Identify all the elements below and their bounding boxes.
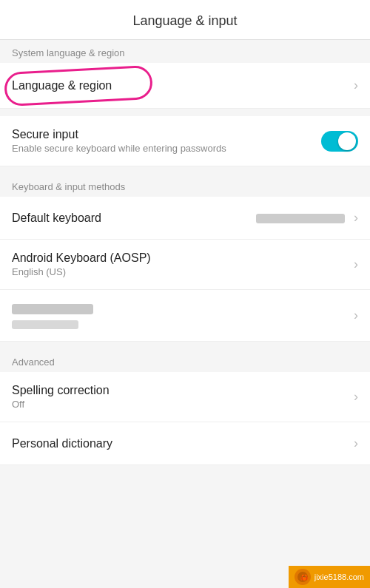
secure-input-subtitle: Enable secure keyboard while entering pa… xyxy=(12,143,321,154)
secure-input-title: Secure input xyxy=(12,128,321,141)
language-region-content: Language & region xyxy=(12,79,351,92)
list-item-spelling-correction[interactable]: Spelling correction Off › xyxy=(0,372,370,422)
divider-2 xyxy=(0,166,370,174)
android-keyboard-title: Android Keyboard (AOSP) xyxy=(12,251,351,265)
android-keyboard-content: Android Keyboard (AOSP) English (US) xyxy=(12,251,351,277)
blurred-subtitle xyxy=(12,318,351,329)
list-item-default-keyboard[interactable]: Default keyboard › xyxy=(0,197,370,240)
page-container: Language & input System language & regio… xyxy=(0,0,370,588)
divider-1 xyxy=(0,109,370,116)
language-region-title: Language & region xyxy=(12,79,351,92)
list-item-language-region[interactable]: Language & region › xyxy=(0,63,370,109)
default-keyboard-title: Default keyboard xyxy=(12,212,256,225)
secure-input-toggle[interactable] xyxy=(321,131,358,152)
page-header: Language & input xyxy=(0,0,370,40)
android-keyboard-subtitle: English (US) xyxy=(12,266,351,277)
svg-text:🦀: 🦀 xyxy=(300,572,309,582)
chevron-icon: › xyxy=(354,308,358,323)
blurred-title xyxy=(12,302,351,315)
toggle-thumb xyxy=(338,132,356,150)
crab-icon: 🦀 xyxy=(297,571,309,583)
list-item-blurred[interactable]: › xyxy=(0,290,370,342)
spelling-correction-title: Spelling correction xyxy=(12,384,351,397)
blurred-content xyxy=(12,302,351,329)
list-item-personal-dictionary[interactable]: Personal dictionary › xyxy=(0,422,370,465)
watermark-bar: 🦀 jixie5188.com xyxy=(289,566,370,588)
list-item-android-keyboard[interactable]: Android Keyboard (AOSP) English (US) › xyxy=(0,240,370,290)
divider-3 xyxy=(0,342,370,349)
page-title: Language & input xyxy=(132,13,237,28)
list-item-secure-input[interactable]: Secure input Enable secure keyboard whil… xyxy=(0,116,370,166)
section-label-keyboard: Keyboard & input methods xyxy=(0,174,370,197)
section-label-system-language: System language & region xyxy=(0,40,370,63)
toggle-track xyxy=(321,131,358,152)
personal-dictionary-content: Personal dictionary xyxy=(12,437,351,450)
default-keyboard-value xyxy=(256,212,345,223)
section-label-advanced: Advanced xyxy=(0,349,370,372)
chevron-icon: › xyxy=(354,257,358,272)
secure-input-content: Secure input Enable secure keyboard whil… xyxy=(12,128,321,154)
chevron-icon: › xyxy=(354,210,358,226)
spelling-correction-content: Spelling correction Off xyxy=(12,384,351,410)
spelling-correction-subtitle: Off xyxy=(12,399,351,410)
default-keyboard-content: Default keyboard xyxy=(12,212,256,225)
watermark-icon: 🦀 xyxy=(295,569,311,585)
chevron-icon: › xyxy=(354,389,358,405)
chevron-icon: › xyxy=(354,78,358,93)
personal-dictionary-title: Personal dictionary xyxy=(12,437,351,450)
watermark-text: jixie5188.com xyxy=(314,572,364,581)
chevron-icon: › xyxy=(354,436,358,451)
